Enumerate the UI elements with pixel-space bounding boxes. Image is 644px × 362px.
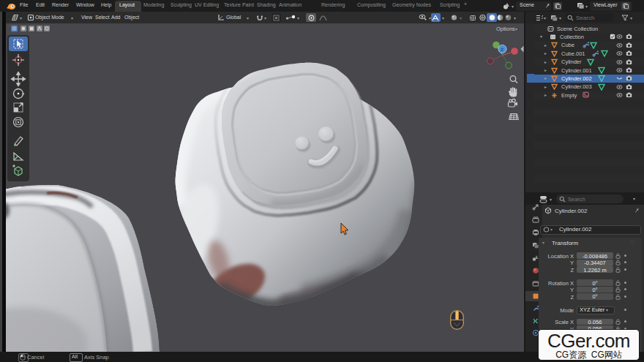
- svg-text:Options: Options: [496, 26, 515, 32]
- svg-text:▾: ▾: [515, 27, 517, 31]
- svg-text:Z: Z: [501, 48, 503, 52]
